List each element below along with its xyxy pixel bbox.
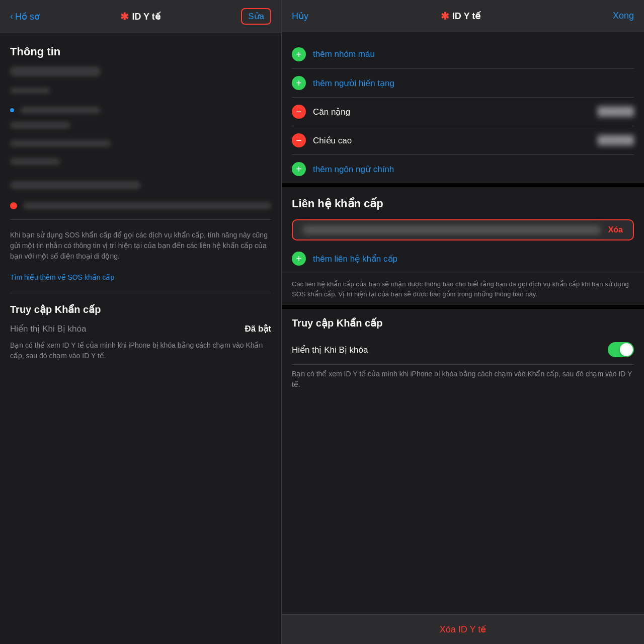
divider-2 bbox=[10, 293, 271, 293]
info-section-title: Thông tin bbox=[10, 45, 271, 58]
show-locked-toggle-row: Hiển thị Khi Bị khóa bbox=[292, 335, 634, 365]
blurred-field-8 bbox=[23, 202, 271, 209]
sos-desc-span: Khi bạn sử dụng SOS khẩn cấp để gọi các … bbox=[10, 231, 268, 260]
red-dot-icon bbox=[10, 202, 17, 209]
medical-asterisk-icon: ✱ bbox=[120, 11, 129, 23]
locked-description: Bạn có thể xem ID Y tế của mình khi iPho… bbox=[10, 340, 271, 361]
add-emergency-icon[interactable]: + bbox=[292, 252, 306, 266]
add-emergency-contact-row[interactable]: + thêm liên hệ khẩn cấp bbox=[282, 245, 644, 273]
emergency-contact-item[interactable]: Xóa bbox=[292, 219, 634, 240]
delete-id-section: Xóa ID Y tế bbox=[282, 614, 644, 644]
left-content: Thông tin Khi bạn sử dụng SOS khẩn cấp đ… bbox=[0, 33, 281, 644]
done-button[interactable]: Xong bbox=[613, 11, 634, 21]
add-blood-type-icon[interactable]: + bbox=[292, 47, 306, 61]
left-nav-bar: ‹ Hồ sơ ✱ ID Y tế Sửa bbox=[0, 0, 281, 33]
spacer-2 bbox=[282, 305, 644, 309]
remove-height-icon[interactable]: − bbox=[292, 133, 306, 147]
delete-contact-button[interactable]: Xóa bbox=[608, 225, 623, 234]
contact-blurred-name bbox=[303, 225, 600, 234]
sos-description-text: Khi bạn sử dụng SOS khẩn cấp để gọi các … bbox=[10, 230, 271, 283]
right-panel: Hủy ✱ ID Y tế Xong + thêm nhóm máu + thê… bbox=[282, 0, 644, 644]
edit-button[interactable]: Sửa bbox=[241, 8, 271, 25]
height-value: ██████ bbox=[598, 135, 634, 145]
items-section: + thêm nhóm máu + thêm người hiến tạng −… bbox=[282, 32, 644, 183]
blood-type-label: thêm nhóm máu bbox=[313, 49, 375, 59]
back-button[interactable]: ‹ Hồ sơ bbox=[10, 11, 40, 22]
back-label: Hồ sơ bbox=[15, 11, 40, 22]
show-locked-label: Hiển thị Khi Bị khóa bbox=[10, 324, 86, 334]
delete-id-label: Xóa ID Y tế bbox=[440, 624, 486, 634]
list-item-language[interactable]: + thêm ngôn ngữ chính bbox=[292, 155, 634, 183]
cancel-button[interactable]: Hủy bbox=[292, 11, 308, 22]
divider-1 bbox=[10, 219, 271, 220]
spacer-1 bbox=[282, 183, 644, 187]
cancel-label: Hủy bbox=[292, 11, 308, 22]
locked-toggle[interactable] bbox=[608, 342, 634, 357]
blurred-field-4 bbox=[10, 122, 70, 129]
right-access-title: Truy cập Khẩn cấp bbox=[292, 317, 634, 329]
right-nav-bar: Hủy ✱ ID Y tế Xong bbox=[282, 0, 644, 32]
blurred-field-2 bbox=[10, 88, 50, 94]
blurred-field-3 bbox=[20, 107, 101, 114]
blurred-row-1 bbox=[10, 107, 271, 114]
access-section: Truy cập Khẩn cấp Hiển thị Khi Bị khóa B… bbox=[282, 309, 644, 398]
blue-dot-icon bbox=[10, 108, 14, 112]
left-panel: ‹ Hồ sơ ✱ ID Y tế Sửa Thông tin bbox=[0, 0, 282, 644]
emergency-section-title: Liên hệ khẩn cấp bbox=[282, 187, 644, 215]
show-locked-toggle-label: Hiển thị Khi Bị khóa bbox=[292, 345, 368, 355]
weight-label: Cân nặng bbox=[313, 107, 350, 117]
chevron-left-icon: ‹ bbox=[10, 11, 13, 22]
list-item-weight[interactable]: − Cân nặng ██████ bbox=[292, 98, 634, 126]
access-section-title: Truy cập Khẩn cấp bbox=[10, 303, 271, 315]
show-locked-value: Đã bật bbox=[245, 324, 272, 334]
blurred-field-6 bbox=[10, 158, 60, 165]
medical-asterisk-right-icon: ✱ bbox=[441, 10, 449, 22]
sos-link[interactable]: Tìm hiểu thêm về SOS khẩn cấp bbox=[10, 273, 114, 281]
title-text: ID Y tế bbox=[132, 11, 160, 22]
add-emergency-label: thêm liên hệ khẩn cấp bbox=[313, 254, 397, 264]
remove-weight-icon[interactable]: − bbox=[292, 105, 306, 119]
delete-id-button[interactable]: Xóa ID Y tế bbox=[282, 614, 644, 644]
right-title-text: ID Y tế bbox=[452, 11, 480, 22]
height-label: Chiều cao bbox=[313, 135, 352, 146]
blurred-field-1 bbox=[10, 66, 101, 76]
emergency-section: Liên hệ khẩn cấp Xóa + thêm liên hệ khẩn… bbox=[282, 187, 644, 305]
blurred-field-5 bbox=[10, 140, 111, 147]
list-item-height[interactable]: − Chiều cao ██████ bbox=[292, 126, 634, 155]
weight-value: ██████ bbox=[598, 107, 634, 117]
organ-donor-label: thêm người hiến tạng bbox=[313, 78, 394, 89]
list-item-organ-donor[interactable]: + thêm người hiến tạng bbox=[292, 69, 634, 98]
show-locked-row: Hiển thị Khi Bị khóa Đã bật bbox=[10, 321, 271, 336]
blurred-field-7 bbox=[10, 181, 141, 189]
right-nav-title: ✱ ID Y tế bbox=[441, 10, 480, 22]
emergency-info-text: Các liên hệ khẩn cấp của bạn sẽ nhận đượ… bbox=[282, 273, 644, 305]
add-language-icon[interactable]: + bbox=[292, 162, 306, 176]
add-organ-donor-icon[interactable]: + bbox=[292, 76, 306, 90]
language-label: thêm ngôn ngữ chính bbox=[313, 164, 394, 175]
right-access-description: Bạn có thể xem ID Y tế của mình khi iPho… bbox=[292, 369, 634, 390]
left-nav-title: ✱ ID Y tế bbox=[120, 11, 160, 23]
list-item-blood-type[interactable]: + thêm nhóm máu bbox=[292, 40, 634, 69]
